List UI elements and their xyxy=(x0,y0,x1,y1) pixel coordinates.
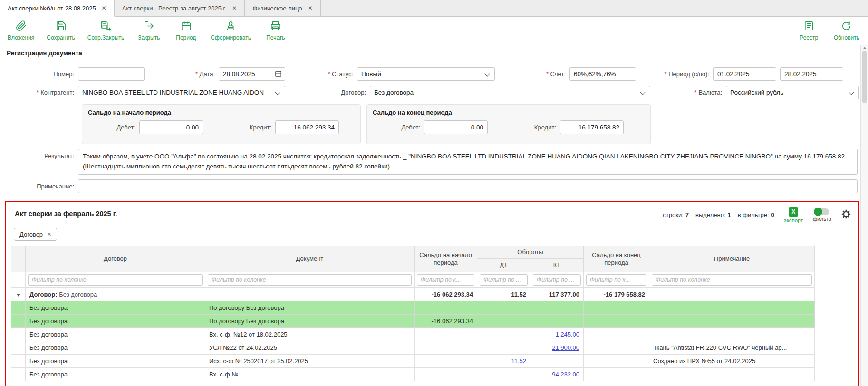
registry-button[interactable]: Реестр xyxy=(797,20,821,41)
paperclip-icon xyxy=(16,20,27,33)
scrollbar-thumb[interactable] xyxy=(862,51,867,103)
dt-cell xyxy=(477,367,530,381)
contract-value: Без договора xyxy=(374,89,414,96)
expander-cell xyxy=(11,287,26,301)
filter-toggle-block: фильтр xyxy=(813,207,831,222)
export-button[interactable]: X экспорт xyxy=(784,207,803,223)
contract-select[interactable]: Без договора xyxy=(370,86,650,99)
attachments-button[interactable]: Вложения xyxy=(8,20,34,41)
print-button[interactable]: Печать xyxy=(263,20,288,41)
table-row[interactable]: Без договора Вх. с-ф №… 94 232.00 xyxy=(11,367,815,381)
filter-input-saldo-end[interactable] xyxy=(586,274,646,286)
saldo-start-box: Сальдо на начало периода Дебет: Кредит: xyxy=(82,104,361,144)
chevron-down-icon xyxy=(275,89,280,95)
scroll-up-arrow-icon[interactable] xyxy=(863,47,867,49)
refresh-button[interactable]: Обновить xyxy=(834,20,859,41)
close-icon[interactable]: ✕ xyxy=(232,5,237,11)
column-header-saldo-end[interactable]: Сальдо на конец периода xyxy=(584,246,649,272)
tab-fizlico[interactable]: Физическое лицо ✕ xyxy=(245,0,320,16)
document-cell: Вх. с-ф №… xyxy=(205,367,415,381)
amount-link[interactable]: 1 245.00 xyxy=(555,331,579,338)
refresh-icon xyxy=(841,20,852,33)
filter-input-contract[interactable] xyxy=(28,274,203,286)
debit-end-field[interactable] xyxy=(424,120,488,134)
note-cell: Создано из ПРХ №55 от 24.02.2025 xyxy=(649,354,815,367)
close-icon[interactable]: ✕ xyxy=(47,231,51,238)
debit-start-field[interactable] xyxy=(139,120,203,134)
tab-reestr[interactable]: Акт сверки - Реестр за август 2025 г. ✕ xyxy=(115,0,245,16)
table-row[interactable]: Без договора УСЛ №22 от 24.02.2025 21 90… xyxy=(11,341,815,354)
floppy-close-icon xyxy=(100,20,111,33)
filter-toggle[interactable] xyxy=(815,208,829,215)
saldo-end-cell xyxy=(584,327,649,341)
column-header-kt[interactable]: КТ xyxy=(530,259,584,272)
counterparty-value: NINGBO BOA STEEL LTD INDUSTRIAL ZONE HUA… xyxy=(82,89,264,96)
amount-link[interactable]: 94 232.00 xyxy=(552,371,579,378)
section-title: Регистрация документа xyxy=(7,45,861,61)
table-row[interactable]: Без договора Вх. с-ф. №12 от 18.02.2025 … xyxy=(11,327,815,341)
grid-stats: строки:7 выделено:1 в фильтре:0 xyxy=(663,207,774,218)
date-field-wrap xyxy=(219,67,285,81)
table-row[interactable]: Без договора Исх. с-ф № 2502017 от 25.02… xyxy=(11,354,815,367)
table-row[interactable]: Без договора По договору Без договора -1… xyxy=(11,314,815,327)
tab-act-sverki[interactable]: Акт сверки №б/н от 28.08.2025 ✕ xyxy=(0,0,115,17)
note-field[interactable] xyxy=(78,179,858,193)
status-select[interactable]: Новый xyxy=(357,67,495,81)
amount-link[interactable]: 21 900.00 xyxy=(552,344,579,351)
column-header-dt[interactable]: ДТ xyxy=(477,259,530,272)
contract-cell: Без договора xyxy=(26,314,205,327)
period-to-field[interactable] xyxy=(780,67,843,81)
amount-link[interactable]: 11.52 xyxy=(511,357,526,365)
kt-cell: 1 245.00 xyxy=(530,327,584,341)
vertical-scrollbar[interactable] xyxy=(860,45,868,386)
close-icon[interactable]: ✕ xyxy=(308,5,313,11)
button-label: Закрыть xyxy=(138,34,160,41)
group-saldo-end-cell: -16 179 658.82 xyxy=(584,287,649,301)
filter-input-dt[interactable] xyxy=(480,274,528,286)
filter-input-kt[interactable] xyxy=(533,274,581,286)
document-cell: Вх. с-ф. №12 от 18.02.2025 xyxy=(205,327,415,341)
filter-input-note[interactable] xyxy=(652,274,812,286)
close-icon[interactable]: ✕ xyxy=(102,5,106,11)
close-button[interactable]: Закрыть xyxy=(136,20,161,41)
rows-count: строки:7 xyxy=(663,211,689,218)
filter-input-document[interactable] xyxy=(208,274,412,286)
column-header-note[interactable]: Примечание xyxy=(649,246,815,272)
column-header-saldo-start[interactable]: Сальдо на начало периода xyxy=(415,246,477,272)
button-label: Реестр xyxy=(800,34,818,41)
collapse-arrow-icon[interactable] xyxy=(17,294,20,297)
save-button[interactable]: Сохранить xyxy=(47,20,75,41)
group-chip-contract[interactable]: Договор ✕ xyxy=(14,228,57,241)
saldo-end-cell xyxy=(584,354,649,367)
result-field[interactable]: Таким образом, в учете ООО "Альфа" по со… xyxy=(78,149,858,175)
period-from-field[interactable] xyxy=(713,67,776,81)
group-label-cell: Договор: Без договора xyxy=(26,287,415,301)
chip-label: Договор xyxy=(19,231,43,238)
counterparty-select[interactable]: NINGBO BOA STEEL LTD INDUSTRIAL ZONE HUA… xyxy=(78,86,285,99)
settings-button[interactable] xyxy=(841,207,851,221)
filter-input-saldo-start[interactable] xyxy=(417,274,474,286)
date-label: * Дата: xyxy=(145,70,219,78)
filter-cell xyxy=(205,272,415,287)
filter-cell xyxy=(584,272,649,287)
table-row[interactable]: Без договора По договору Без договора xyxy=(11,301,815,314)
column-header-contract[interactable]: Договор xyxy=(26,246,205,272)
table-head: Договор Документ Сальдо на начало период… xyxy=(11,246,815,288)
currency-select[interactable]: Российский рубль xyxy=(726,86,859,99)
toolbar-right: Реестр Обновить xyxy=(797,20,859,41)
filter-cell xyxy=(415,272,477,287)
credit-end-field[interactable] xyxy=(560,120,624,134)
period-button[interactable]: Период xyxy=(174,20,198,41)
tab-label: Физическое лицо xyxy=(252,5,302,12)
button-label: Вложения xyxy=(8,34,34,41)
calendar-icon[interactable] xyxy=(275,70,282,79)
generate-button[interactable]: Сформировать xyxy=(211,20,251,41)
number-field[interactable] xyxy=(78,67,145,81)
column-header-document[interactable]: Документ xyxy=(205,246,415,272)
note-label: Примечание: xyxy=(7,183,78,190)
credit-start-field[interactable] xyxy=(275,120,339,134)
account-field[interactable] xyxy=(569,67,636,81)
save-close-button[interactable]: Сохр.Закрыть xyxy=(87,20,124,41)
group-row[interactable]: Договор: Без договора -16 062 293.34 11.… xyxy=(11,287,815,301)
status-value: Новый xyxy=(361,70,381,78)
